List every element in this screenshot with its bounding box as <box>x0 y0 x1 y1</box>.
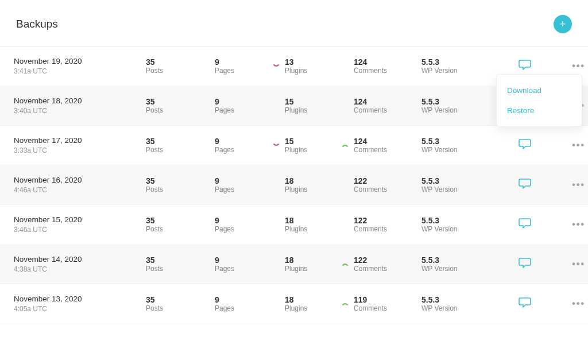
pages-value: 9 <box>215 255 234 265</box>
backup-row: November 17, 2020 3:33a UTC 35 Posts 9 P… <box>0 126 588 165</box>
more-actions-button[interactable]: ••• <box>572 180 585 189</box>
posts-col: 35 Posts <box>146 295 215 313</box>
wpversion-col: 5.5.3 WP Version <box>421 97 499 115</box>
more-actions-button[interactable]: ••• <box>572 259 585 269</box>
actions-col: ••• <box>551 140 585 150</box>
plugins-label: Plugins <box>285 146 307 154</box>
comments-value: 122 <box>354 216 387 226</box>
posts-value: 35 <box>146 216 163 226</box>
note-button[interactable] <box>519 138 531 152</box>
posts-value: 35 <box>146 97 163 107</box>
posts-value: 35 <box>146 176 163 186</box>
backup-date: November 18, 2020 <box>14 96 146 105</box>
date-col: November 13, 2020 4:05a UTC <box>14 295 146 313</box>
plugins-value: 15 <box>285 137 307 146</box>
notes-col <box>499 178 551 192</box>
restore-menu-item[interactable]: Restore <box>497 100 582 121</box>
actions-col: ••• <box>551 219 585 230</box>
more-actions-button[interactable]: ••• <box>572 140 585 150</box>
backup-row: November 16, 2020 4:46a UTC 35 Posts 9 P… <box>0 165 588 205</box>
posts-label: Posts <box>146 146 163 154</box>
dots-icon: ••• <box>572 140 585 150</box>
comments-label: Comments <box>354 265 387 273</box>
backup-time: 3:33a UTC <box>14 146 146 154</box>
wpversion-col: 5.5.3 WP Version <box>421 57 499 75</box>
posts-col: 35 Posts <box>146 137 215 154</box>
comments-col: 124 Comments <box>341 137 421 154</box>
posts-label: Posts <box>146 67 163 75</box>
note-button[interactable] <box>519 59 531 73</box>
backup-date: November 16, 2020 <box>14 176 146 184</box>
backup-time: 4:05a UTC <box>14 305 146 313</box>
dots-icon: ••• <box>572 259 585 269</box>
delta-placeholder <box>272 220 280 229</box>
pages-value: 9 <box>215 137 234 146</box>
pages-col: 9 Pages <box>215 295 272 313</box>
note-button[interactable] <box>519 178 531 192</box>
plugins-value: 18 <box>285 255 307 265</box>
comments-label: Comments <box>354 146 387 154</box>
plugins-value: 18 <box>285 216 307 226</box>
wpversion-label: WP Version <box>421 67 457 75</box>
note-button[interactable] <box>519 257 531 271</box>
wpversion-value: 5.5.3 <box>421 97 457 107</box>
download-menu-item[interactable]: Download <box>497 80 582 100</box>
posts-label: Posts <box>146 304 163 312</box>
wpversion-col: 5.5.3 WP Version <box>421 216 499 234</box>
posts-label: Posts <box>146 185 163 193</box>
add-backup-button[interactable]: + <box>554 15 572 33</box>
backup-row: November 15, 2020 3:46a UTC 35 Posts 9 P… <box>0 205 588 245</box>
chevron-up-icon <box>341 141 349 149</box>
comments-value: 124 <box>354 97 387 107</box>
comments-col: 122 Comments <box>341 216 421 234</box>
more-actions-button[interactable]: ••• <box>572 61 585 71</box>
wpversion-value: 5.5.3 <box>421 255 457 265</box>
more-actions-button[interactable]: ••• <box>572 219 585 229</box>
pages-label: Pages <box>215 225 234 233</box>
plugins-col: 18 Plugins <box>272 176 341 194</box>
notes-col <box>499 257 551 271</box>
date-col: November 18, 2020 3:40a UTC <box>14 96 146 115</box>
wpversion-value: 5.5.3 <box>421 295 457 305</box>
delta-placeholder <box>272 181 280 189</box>
dots-icon: ••• <box>572 180 585 189</box>
backup-list: November 19, 2020 3:41a UTC 35 Posts 9 P… <box>0 47 588 324</box>
comments-label: Comments <box>354 106 387 114</box>
posts-value: 35 <box>146 57 163 67</box>
backup-time: 4:38a UTC <box>14 265 146 273</box>
wpversion-value: 5.5.3 <box>421 176 457 186</box>
dots-icon: ••• <box>572 61 585 71</box>
pages-col: 9 Pages <box>215 216 272 234</box>
posts-col: 35 Posts <box>146 57 215 75</box>
wpversion-value: 5.5.3 <box>421 216 457 226</box>
date-col: November 16, 2020 4:46a UTC <box>14 176 146 194</box>
actions-col: ••• <box>551 61 585 71</box>
plugins-col: 18 Plugins <box>272 216 341 234</box>
note-button[interactable] <box>519 218 531 231</box>
row-action-menu: Download Restore <box>496 74 582 127</box>
delta-placeholder <box>272 260 280 268</box>
backup-row: November 19, 2020 3:41a UTC 35 Posts 9 P… <box>0 47 588 86</box>
notes-col <box>499 138 551 152</box>
backup-time: 3:46a UTC <box>14 226 146 234</box>
wpversion-label: WP Version <box>421 265 457 273</box>
chevron-up-icon <box>341 300 349 308</box>
wpversion-col: 5.5.3 WP Version <box>421 176 499 194</box>
plugins-label: Plugins <box>285 106 307 114</box>
comments-col: 124 Comments <box>341 97 421 115</box>
more-actions-button[interactable]: ••• <box>572 299 585 308</box>
comments-col: 122 Comments <box>341 176 421 194</box>
pages-value: 9 <box>215 216 234 226</box>
note-button[interactable] <box>519 297 531 311</box>
plugins-col: 18 Plugins <box>272 295 341 313</box>
pages-label: Pages <box>215 265 234 273</box>
pages-value: 9 <box>215 295 234 305</box>
dots-icon: ••• <box>572 219 585 229</box>
comments-label: Comments <box>354 304 387 312</box>
comments-value: 124 <box>354 137 387 146</box>
backup-date: November 15, 2020 <box>14 215 146 224</box>
actions-col: ••• <box>551 180 585 190</box>
wpversion-label: WP Version <box>421 185 457 193</box>
plugins-col: 13 Plugins <box>272 57 341 75</box>
backup-row: November 13, 2020 4:05a UTC 35 Posts 9 P… <box>0 284 588 324</box>
